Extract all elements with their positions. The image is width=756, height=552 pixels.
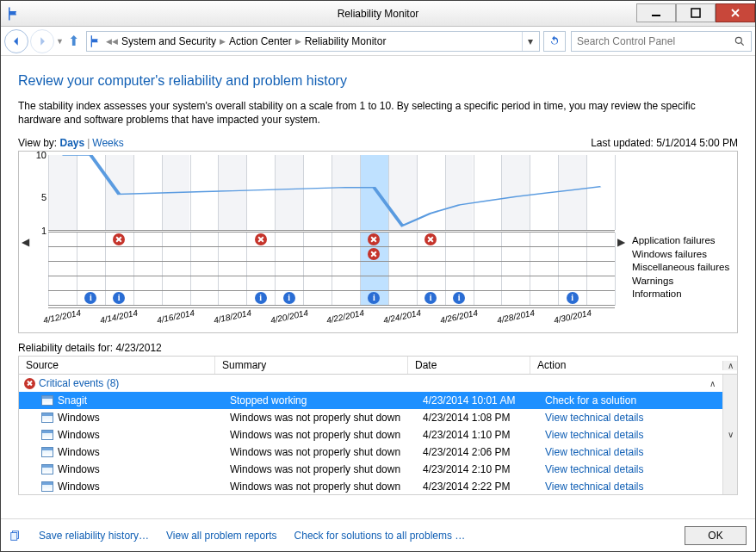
error-mark-icon[interactable] xyxy=(424,233,437,245)
title-bar: Reliability Monitor xyxy=(1,1,755,27)
table-row[interactable]: WindowsWindows was not properly shut dow… xyxy=(19,409,722,426)
error-mark-icon[interactable] xyxy=(368,248,380,260)
table-row[interactable]: SnagitStopped working4/23/2014 10:01 AMC… xyxy=(19,392,722,409)
flag-icon xyxy=(6,6,22,22)
table-row[interactable]: WindowsWindows was not properly shut dow… xyxy=(19,426,722,443)
cell-summary: Stopped working xyxy=(230,394,423,406)
action-link[interactable]: View technical details xyxy=(545,429,644,441)
cell-summary: Windows was not properly shut down xyxy=(230,412,423,424)
ok-button[interactable]: OK xyxy=(685,526,747,545)
app-icon xyxy=(41,412,53,423)
save-history-link[interactable]: Save reliability history… xyxy=(39,530,149,542)
col-source[interactable]: Source xyxy=(19,357,215,374)
action-link[interactable]: View technical details xyxy=(545,446,644,458)
date-label: 4/16/2014 xyxy=(156,308,195,326)
info-mark-icon[interactable] xyxy=(113,292,125,304)
app-icon xyxy=(41,395,53,406)
group-critical-events[interactable]: Critical events (8) ∧ xyxy=(19,375,722,392)
breadcrumb-dropdown[interactable]: ▾ xyxy=(522,32,537,51)
action-link[interactable]: Check for a solution xyxy=(545,394,636,406)
minimize-button[interactable] xyxy=(636,3,676,22)
view-by-days-link[interactable]: Days xyxy=(59,137,84,149)
check-solutions-link[interactable]: Check for solutions to all problems … xyxy=(294,530,466,542)
app-icon xyxy=(41,430,53,440)
svg-point-2 xyxy=(735,37,741,43)
action-link[interactable]: View technical details xyxy=(545,463,644,475)
cell-action: Check for a solution xyxy=(545,394,722,406)
cell-source: Windows xyxy=(58,463,230,475)
breadcrumb-item[interactable]: Action Center xyxy=(229,35,292,47)
action-link[interactable]: View technical details xyxy=(545,412,644,424)
date-label: 4/30/2014 xyxy=(553,308,592,326)
cell-summary: Windows was not properly shut down xyxy=(230,481,423,493)
cell-summary: Windows was not properly shut down xyxy=(230,429,423,441)
cell-action: View technical details xyxy=(545,429,722,441)
search-placeholder: Search Control Panel xyxy=(577,35,734,47)
cell-date: 4/23/2014 2:22 PM xyxy=(423,481,545,493)
view-all-reports-link[interactable]: View all problem reports xyxy=(166,530,277,542)
cell-action: View technical details xyxy=(545,412,722,424)
chart-next-button[interactable]: ▶ xyxy=(615,152,627,332)
error-mark-icon[interactable] xyxy=(113,233,125,245)
last-updated-value: 5/1/2014 5:00 PM xyxy=(656,137,738,149)
content-area: Review your computer's reliability and p… xyxy=(1,56,755,518)
date-label: 4/12/2014 xyxy=(43,308,83,326)
table-row[interactable]: WindowsWindows was not properly shut dow… xyxy=(19,443,722,461)
table-row[interactable]: WindowsWindows was not properly shut dow… xyxy=(19,478,722,495)
breadcrumb-item[interactable]: Reliability Monitor xyxy=(305,35,387,47)
chart-legend: Application failures Windows failures Mi… xyxy=(627,152,737,332)
error-mark-icon[interactable] xyxy=(368,233,380,245)
page-description: The stability index assesses your system… xyxy=(18,99,738,127)
nav-bar: ▼ ⬆ ◀◀ System and Security ▶ Action Cent… xyxy=(1,27,755,56)
cell-action: View technical details xyxy=(545,481,722,493)
table-row[interactable]: WindowsWindows was not properly shut dow… xyxy=(19,461,722,478)
maximize-button[interactable] xyxy=(676,3,716,22)
up-button[interactable]: ⬆ xyxy=(65,33,83,49)
action-link[interactable]: View technical details xyxy=(545,481,644,493)
group-label[interactable]: Critical events (8) xyxy=(39,377,119,389)
reliability-chart: ◀ 15104/12/20144/14/20144/16/20144/18/20… xyxy=(18,151,738,333)
cell-action: View technical details xyxy=(545,446,722,458)
forward-button[interactable] xyxy=(30,29,54,53)
scrollbar[interactable]: ∨ xyxy=(722,375,737,494)
breadcrumb-item[interactable]: System and Security xyxy=(121,35,216,47)
error-mark-icon[interactable] xyxy=(255,233,267,245)
info-mark-icon[interactable] xyxy=(424,292,437,304)
collapse-icon[interactable]: ∧ xyxy=(710,379,716,388)
details-header: Reliability details for: 4/23/2012 xyxy=(18,342,738,354)
scroll-up[interactable]: ∧ xyxy=(722,361,737,370)
cell-summary: Windows was not properly shut down xyxy=(230,463,423,475)
table-header: Source Summary Date Action ∧ xyxy=(18,356,738,375)
info-mark-icon[interactable] xyxy=(368,292,380,304)
svg-rect-4 xyxy=(11,532,17,540)
search-icon xyxy=(734,35,746,47)
date-label: 4/28/2014 xyxy=(496,308,536,326)
app-icon xyxy=(41,464,53,474)
footer: Save reliability history… View all probl… xyxy=(1,518,755,551)
cell-date: 4/23/2014 10:01 AM xyxy=(423,394,545,406)
info-mark-icon[interactable] xyxy=(283,292,295,304)
cell-date: 4/23/2014 1:08 PM xyxy=(423,412,545,424)
legend-warnings: Warnings xyxy=(632,275,735,288)
info-mark-icon[interactable] xyxy=(567,292,579,304)
app-icon xyxy=(41,481,53,492)
breadcrumb[interactable]: ◀◀ System and Security ▶ Action Center ▶… xyxy=(86,31,540,52)
close-button[interactable] xyxy=(716,3,755,22)
col-summary[interactable]: Summary xyxy=(215,357,408,374)
col-date[interactable]: Date xyxy=(408,357,530,374)
cell-date: 4/23/2014 2:06 PM xyxy=(423,446,545,458)
view-by-weeks-link[interactable]: Weeks xyxy=(92,137,123,149)
info-mark-icon[interactable] xyxy=(453,292,465,304)
refresh-button[interactable] xyxy=(543,31,566,52)
col-action[interactable]: Action xyxy=(530,357,722,374)
info-mark-icon[interactable] xyxy=(84,292,96,304)
svg-rect-1 xyxy=(691,9,700,17)
date-label: 4/14/2014 xyxy=(99,308,139,326)
info-mark-icon[interactable] xyxy=(255,292,267,304)
search-input[interactable]: Search Control Panel xyxy=(571,31,752,52)
back-button[interactable] xyxy=(4,29,28,53)
svg-rect-0 xyxy=(652,15,660,16)
last-updated-label: Last updated: xyxy=(591,137,654,149)
cell-source: Snagit xyxy=(58,394,230,406)
chart-prev-button[interactable]: ◀ xyxy=(19,152,31,332)
